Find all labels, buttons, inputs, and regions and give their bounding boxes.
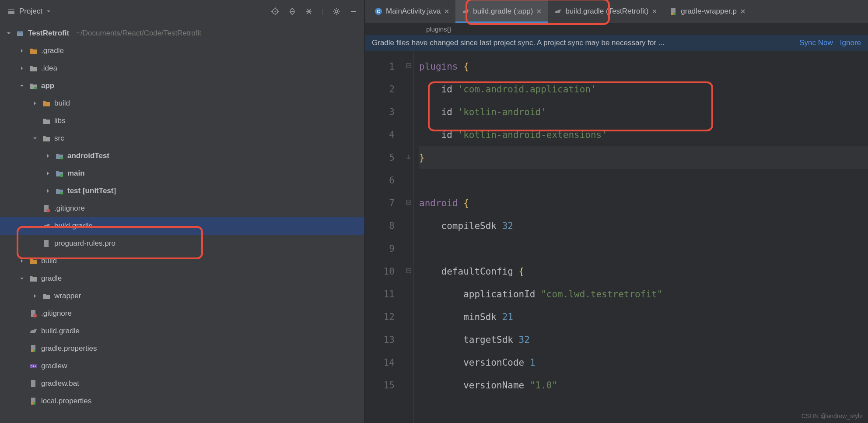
svg-point-3 (275, 11, 276, 12)
collapse-all-icon[interactable] (305, 7, 313, 15)
svg-rect-0 (8, 9, 14, 10)
folder-icon (29, 274, 38, 283)
tab-build-gradle---app-[interactable]: build.gradle (:app) (455, 0, 548, 23)
tree-item-app[interactable]: app (0, 77, 364, 95)
gradle-icon (42, 222, 51, 230)
tree-item-gradlew-bat[interactable]: gradlew.bat (0, 375, 364, 392)
chevron-down-icon[interactable] (18, 276, 25, 281)
sidebar-title[interactable]: Project (19, 7, 42, 16)
chevron-right-icon[interactable] (18, 258, 25, 264)
chevron-down-icon[interactable] (5, 31, 12, 36)
tree-item-label: src (54, 134, 64, 143)
code-content[interactable]: plugins { id 'com.android.application' i… (414, 51, 868, 423)
root-path: ~/Documents/React/Code/TestRetrofit (76, 29, 201, 38)
tree-item-label: .idea (41, 64, 57, 73)
tree-item-gradle-properties[interactable]: gradle.properties (0, 340, 364, 357)
line-number: 5 (365, 146, 395, 169)
folder-src-icon (55, 169, 64, 178)
code-line: defaultConfig { (419, 260, 868, 283)
folder-test-icon (55, 152, 64, 160)
breadcrumb[interactable]: plugins{} (365, 23, 868, 35)
tree-item--gitignore[interactable]: .gitignore (0, 200, 364, 217)
svg-rect-28 (31, 380, 35, 387)
code-line: id 'com.android.application' (419, 78, 868, 101)
code-line: android { (419, 192, 868, 215)
chevron-right-icon[interactable] (18, 66, 25, 71)
module-icon (16, 29, 24, 38)
chevron-right-icon[interactable] (45, 171, 52, 176)
dropdown-arrow-icon[interactable] (46, 9, 51, 14)
fold-open-icon[interactable] (406, 63, 412, 68)
tab-gradle-wrapper-p[interactable]: gradle-wrapper.p (663, 0, 752, 23)
root-label: TestRetrofit (28, 29, 69, 38)
tree-item-label: .gitignore (54, 204, 85, 213)
code-line: plugins { (419, 55, 868, 78)
sync-now-link[interactable]: Sync Now (799, 39, 833, 47)
svg-point-22 (33, 314, 37, 317)
chevron-down-icon[interactable] (18, 83, 25, 88)
tree-item-build[interactable]: build (0, 95, 364, 112)
code-line (419, 237, 868, 260)
code-line: targetSdk 32 (419, 328, 868, 351)
close-icon[interactable] (652, 9, 657, 14)
close-icon[interactable] (444, 9, 449, 14)
ignore-link[interactable]: Ignore (840, 39, 861, 47)
tree-item--gradle[interactable]: .gradle (0, 42, 364, 60)
tree-item-local-properties[interactable]: local.properties (0, 392, 364, 410)
tree-item-test--unittest-[interactable]: test [unitTest] (0, 182, 364, 200)
tree-item-androidtest[interactable]: androidTest (0, 147, 364, 165)
code-editor[interactable]: 123456789101112131415 plugins { id 'com.… (365, 51, 868, 423)
minimize-icon[interactable] (350, 7, 357, 15)
chevron-right-icon[interactable] (32, 101, 38, 106)
tree-item-proguard-rules-pro[interactable]: proguard-rules.pro (0, 235, 364, 252)
editor-tabs: CMainActivity.javabuild.gradle (:app)bui… (365, 0, 868, 23)
tree-item-build[interactable]: build (0, 252, 364, 270)
locate-icon[interactable] (271, 7, 280, 16)
tree-item-label: .gradle (41, 46, 64, 55)
tree-item-label: androidTest (67, 152, 109, 160)
tab-build-gradle--testretrofit-[interactable]: build.gradle (TestRetrofit) (548, 0, 663, 23)
tree-item-build-gradle[interactable]: build.gradle (0, 322, 364, 340)
close-icon[interactable] (536, 9, 542, 14)
tree-item-src[interactable]: src (0, 130, 364, 147)
folder-icon (42, 134, 51, 143)
fold-open-icon[interactable] (406, 200, 412, 205)
tree-item-gradle[interactable]: gradle (0, 270, 364, 287)
chevron-down-icon[interactable] (32, 136, 38, 141)
tree-item--gitignore[interactable]: .gitignore (0, 305, 364, 322)
expand-all-icon[interactable] (288, 7, 296, 15)
tree-item-main[interactable]: main (0, 165, 364, 182)
watermark: CSDN @andrew_style (802, 412, 863, 419)
folder-orange-icon (42, 99, 51, 108)
line-number: 10 (365, 260, 395, 283)
svg-rect-25 (33, 350, 35, 352)
close-icon[interactable] (740, 9, 746, 14)
code-line: versionName "1.0" (419, 374, 868, 397)
git-icon (42, 204, 51, 213)
code-line (419, 169, 868, 192)
fold-close-icon[interactable] (406, 154, 412, 159)
tree-item-build-gradle[interactable]: build.gradle (0, 217, 364, 235)
tree-item-wrapper[interactable]: wrapper (0, 287, 364, 305)
tree-item-label: libs (54, 116, 66, 125)
java-icon: C (374, 7, 382, 15)
tab-mainactivity-java[interactable]: CMainActivity.java (368, 0, 455, 23)
chevron-right-icon[interactable] (32, 293, 38, 299)
tree-item-gradlew[interactable]: C++gradlew (0, 357, 364, 375)
chevron-right-icon[interactable] (45, 188, 52, 194)
tree-item-libs[interactable]: libs (0, 112, 364, 130)
tree-item-label: local.properties (41, 397, 91, 405)
tab-label: build.gradle (TestRetrofit) (565, 7, 648, 16)
tree-root[interactable]: TestRetrofit ~/Documents/React/Code/Test… (0, 25, 364, 42)
props-icon (29, 397, 38, 405)
svg-rect-30 (31, 402, 33, 405)
tree-item-label: build.gradle (54, 222, 93, 230)
chevron-right-icon[interactable] (45, 153, 52, 159)
fold-open-icon[interactable] (406, 268, 412, 273)
tree-item-label: build (54, 99, 70, 108)
tree-item-label: gradlew (41, 362, 67, 370)
chevron-right-icon[interactable] (18, 48, 25, 53)
tree-item--idea[interactable]: .idea (0, 60, 364, 77)
gear-icon[interactable] (332, 7, 341, 16)
svg-rect-13 (17, 31, 23, 32)
